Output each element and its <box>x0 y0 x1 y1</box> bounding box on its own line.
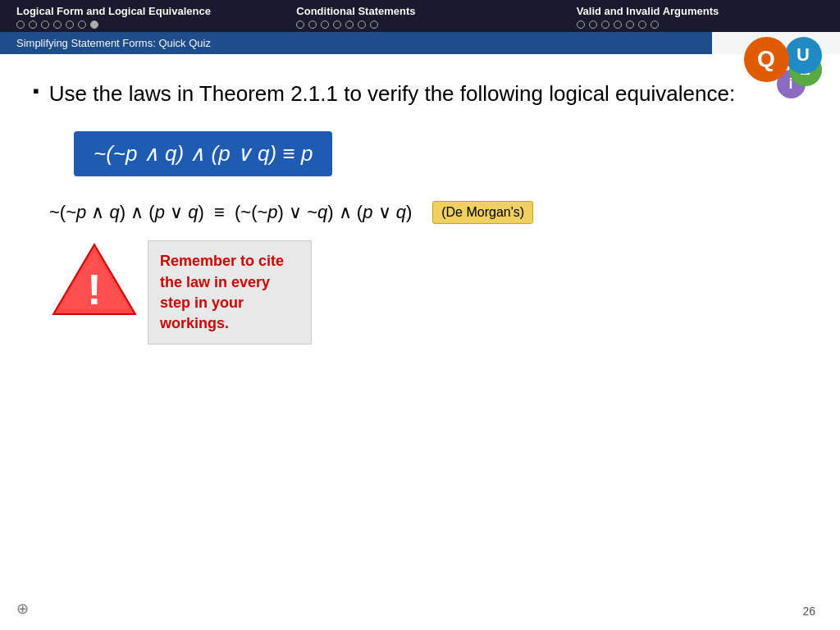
dot-1-6[interactable] <box>78 21 86 29</box>
dot-1-5[interactable] <box>66 21 74 29</box>
dot-3-3[interactable] <box>601 21 609 29</box>
question-bullet: ▪ <box>33 80 39 102</box>
dot-2-3[interactable] <box>321 21 329 29</box>
question-text: Use the laws in Theorem 2.1.1 to verify … <box>49 79 735 108</box>
quiz-u-bubble: U <box>785 37 822 74</box>
warning-text: Remember to cite the law in every step i… <box>160 253 284 331</box>
formula-box: ~(~p ∧ q) ∧ (p ∨ q) ≡ p <box>74 131 332 176</box>
nav-section-conditional[interactable]: Conditional Statements <box>280 5 559 29</box>
sub-header-text: Simplifying Statement Forms: Quick Quiz <box>16 37 211 49</box>
dot-1-3[interactable] <box>41 21 49 29</box>
question-block: ▪ Use the laws in Theorem 2.1.1 to verif… <box>33 79 807 108</box>
dot-3-6[interactable] <box>638 21 646 29</box>
dot-1-7-active[interactable] <box>90 21 98 29</box>
sub-header-row: Simplifying Statement Forms: Quick Quiz <box>0 32 840 54</box>
warning-section: ! Remember to cite the law in every step… <box>33 240 807 345</box>
warning-triangle-icon: ! <box>49 240 139 318</box>
dot-2-7[interactable] <box>370 21 378 29</box>
dot-2-5[interactable] <box>345 21 354 29</box>
dot-3-7[interactable] <box>651 21 659 29</box>
compass-icon: ⊕ <box>16 600 29 618</box>
dot-2-1[interactable] <box>296 21 304 29</box>
dot-1-4[interactable] <box>53 21 62 29</box>
step-1-math: ~(~p ∧ q) ∧ (p ∨ q) ≡ (~(~p) ∨ ~q) ∧ (p … <box>49 202 412 223</box>
dot-2-2[interactable] <box>308 21 317 29</box>
dot-1-1[interactable] <box>16 21 25 29</box>
dot-1-2[interactable] <box>29 21 37 29</box>
dot-3-1[interactable] <box>577 21 585 29</box>
nav-dots-2 <box>296 21 543 29</box>
nav-title-2: Conditional Statements <box>296 5 543 17</box>
nav-section-logical-form[interactable]: Logical Form and Logical Equivalence <box>0 5 280 29</box>
dot-3-5[interactable] <box>626 21 634 29</box>
dot-2-4[interactable] <box>333 21 341 29</box>
main-content: ▪ Use the laws in Theorem 2.1.1 to verif… <box>0 54 840 361</box>
sub-header-bar: Simplifying Statement Forms: Quick Quiz <box>0 32 712 54</box>
nav-dots-3 <box>577 21 824 29</box>
page-number: 26 <box>802 605 815 618</box>
dot-3-4[interactable] <box>614 21 622 29</box>
top-navigation-bar: Logical Form and Logical Equivalence Con… <box>0 0 840 32</box>
formula-content: ~(~p ∧ q) ∧ (p ∨ q) ≡ p <box>94 141 313 166</box>
nav-section-valid-invalid[interactable]: Valid and Invalid Arguments <box>560 5 840 29</box>
nav-title-1: Logical Form and Logical Equivalence <box>16 5 263 17</box>
quiz-q-bubble: Q <box>744 37 789 82</box>
warning-text-box: Remember to cite the law in every step i… <box>148 240 312 345</box>
step-1-annotation: (De Morgan's) <box>432 201 533 224</box>
dot-2-6[interactable] <box>358 21 366 29</box>
dot-3-2[interactable] <box>589 21 597 29</box>
nav-title-3: Valid and Invalid Arguments <box>577 5 824 17</box>
step-1: ~(~p ∧ q) ∧ (p ∨ q) ≡ (~(~p) ∨ ~q) ∧ (p … <box>33 201 807 224</box>
nav-dots-1 <box>16 21 263 29</box>
svg-text:!: ! <box>87 266 101 313</box>
